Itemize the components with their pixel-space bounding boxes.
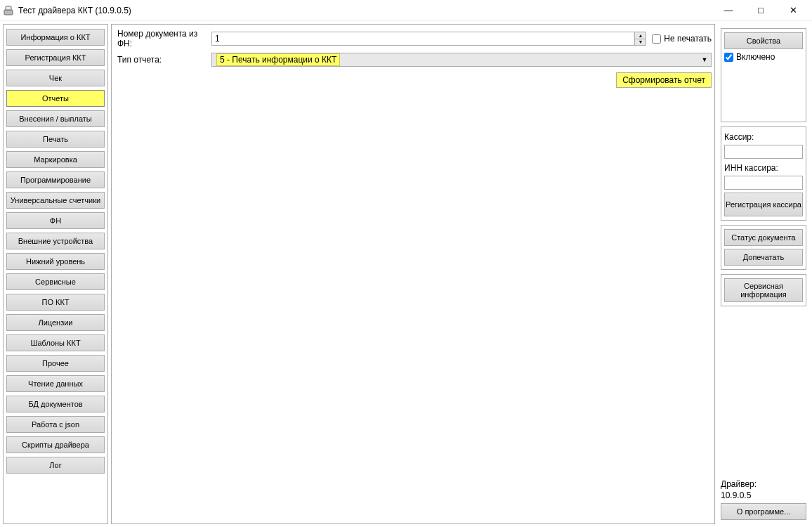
sidebar-item-18[interactable]: БД документов xyxy=(6,396,105,412)
doc-number-row: Номер документа из ФН: ▲ ▼ Не печатать xyxy=(117,29,712,48)
cashier-inn-label: ИНН кассира: xyxy=(724,163,803,173)
report-type-highlighted: 5 - Печать информации о ККТ xyxy=(216,53,340,66)
no-print-checkbox[interactable]: Не печатать xyxy=(652,34,712,44)
chevron-down-icon: ▼ xyxy=(698,56,711,63)
doc-group: Статус документа Допечатать xyxy=(721,225,806,270)
report-type-select[interactable]: 5 - Печать информации о ККТ ▼ xyxy=(211,53,712,67)
sidebar-item-0[interactable]: Информация о ККТ xyxy=(6,29,105,46)
app-icon xyxy=(3,5,14,16)
sidebar-item-5[interactable]: Печать xyxy=(6,131,105,148)
minimize-button[interactable]: — xyxy=(712,0,745,21)
cashier-inn-input[interactable] xyxy=(724,176,803,190)
sidebar-item-6[interactable]: Маркировка xyxy=(6,151,105,168)
spin-down-icon[interactable]: ▼ xyxy=(635,39,646,46)
svg-rect-1 xyxy=(6,6,11,10)
sidebar-item-3[interactable]: Отчеты xyxy=(6,90,105,107)
right-panel: Свойства Включено Кассир: ИНН кассира: Р… xyxy=(718,24,809,524)
sidebar-item-17[interactable]: Чтение данных xyxy=(6,375,105,392)
driver-version: 10.9.0.5 xyxy=(721,490,806,500)
svg-rect-0 xyxy=(4,10,13,15)
sidebar-item-16[interactable]: Прочее xyxy=(6,355,105,372)
doc-number-field[interactable] xyxy=(212,32,634,45)
sidebar-item-20[interactable]: Скрипты драйвера xyxy=(6,436,105,453)
report-type-label: Тип отчета: xyxy=(117,55,209,65)
sidebar-item-15[interactable]: Шаблоны ККТ xyxy=(6,334,105,351)
service-info-button[interactable]: Сервисная информация xyxy=(724,278,803,302)
cashier-group: Кассир: ИНН кассира: Регистрация кассира xyxy=(721,126,806,221)
no-print-checkbox-input[interactable] xyxy=(652,34,661,44)
properties-group: Свойства Включено xyxy=(721,28,806,122)
driver-info: Драйвер: 10.9.0.5 О программе... xyxy=(721,478,806,520)
cashier-register-button[interactable]: Регистрация кассира xyxy=(724,193,803,216)
sidebar-item-21[interactable]: Лог xyxy=(6,457,105,474)
close-button[interactable]: ✕ xyxy=(777,0,809,21)
cashier-input[interactable] xyxy=(724,145,803,159)
no-print-label: Не печатать xyxy=(664,34,712,44)
sidebar-item-14[interactable]: Лицензии xyxy=(6,314,105,331)
sidebar-item-4[interactable]: Внесения / выплаты xyxy=(6,110,105,127)
sidebar: Информация о ККТРегистрация ККТЧекОтчеты… xyxy=(3,24,108,524)
spin-up-icon[interactable]: ▲ xyxy=(635,32,646,39)
sidebar-item-2[interactable]: Чек xyxy=(6,70,105,86)
titlebar: Тест драйвера ККТ (10.9.0.5) — □ ✕ xyxy=(0,0,812,21)
cashier-label: Кассир: xyxy=(724,132,803,142)
sidebar-item-1[interactable]: Регистрация ККТ xyxy=(6,49,105,66)
doc-number-label: Номер документа из ФН: xyxy=(117,29,209,48)
report-type-value: 5 - Печать информации о ККТ xyxy=(212,53,698,66)
sidebar-item-19[interactable]: Работа с json xyxy=(6,416,105,433)
sidebar-item-8[interactable]: Универсальные счетчики xyxy=(6,192,105,209)
service-group: Сервисная информация xyxy=(721,274,806,306)
sidebar-item-12[interactable]: Сервисные xyxy=(6,273,105,290)
print-more-button[interactable]: Допечатать xyxy=(724,249,803,266)
enabled-label: Включено xyxy=(736,52,775,62)
doc-number-input[interactable]: ▲ ▼ xyxy=(211,32,646,46)
sidebar-item-13[interactable]: ПО ККТ xyxy=(6,294,105,311)
doc-status-button[interactable]: Статус документа xyxy=(724,229,803,246)
report-type-row: Тип отчета: 5 - Печать информации о ККТ … xyxy=(117,53,712,67)
sidebar-item-11[interactable]: Нижний уровень xyxy=(6,253,105,270)
sidebar-item-9[interactable]: ФН xyxy=(6,212,105,229)
window-title: Тест драйвера ККТ (10.9.0.5) xyxy=(18,6,712,15)
sidebar-item-7[interactable]: Программирование xyxy=(6,171,105,188)
content-panel: Номер документа из ФН: ▲ ▼ Не печатать Т… xyxy=(111,24,715,524)
enabled-checkbox[interactable]: Включено xyxy=(724,52,803,62)
enabled-checkbox-input[interactable] xyxy=(724,53,733,62)
status-area xyxy=(724,65,803,118)
about-button[interactable]: О программе... xyxy=(721,503,806,520)
maximize-button[interactable]: □ xyxy=(745,0,777,21)
window-controls: — □ ✕ xyxy=(712,0,809,21)
driver-label: Драйвер: xyxy=(721,479,806,489)
properties-button[interactable]: Свойства xyxy=(724,32,803,49)
sidebar-item-10[interactable]: Внешние устройства xyxy=(6,233,105,249)
generate-report-button[interactable]: Сформировать отчет xyxy=(616,72,712,88)
